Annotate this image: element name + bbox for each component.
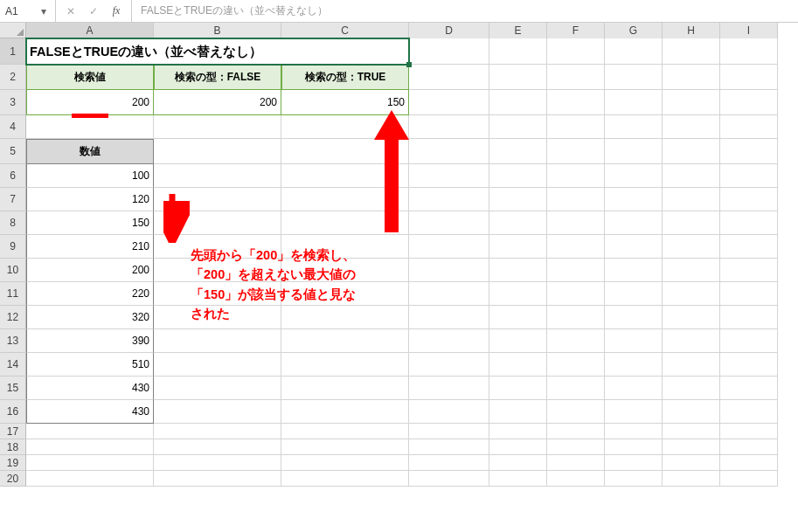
row-header-2[interactable]: 2 xyxy=(0,65,26,90)
cell-A8[interactable]: 150 xyxy=(26,211,154,235)
row-header-11[interactable]: 11 xyxy=(0,282,26,306)
cell-B2[interactable]: 検索の型：FALSE xyxy=(154,65,281,90)
cell-I4[interactable] xyxy=(720,115,778,139)
cell-B4[interactable] xyxy=(154,115,281,139)
row-header-12[interactable]: 12 xyxy=(0,306,26,329)
cell-H14[interactable] xyxy=(663,353,720,377)
cell-F18[interactable] xyxy=(547,439,605,455)
column-header-i[interactable]: I xyxy=(720,23,778,38)
row-header-16[interactable]: 16 xyxy=(0,400,26,424)
cancel-icon[interactable]: ✕ xyxy=(60,3,81,20)
cell-A11[interactable]: 220 xyxy=(26,282,154,306)
cell-G18[interactable] xyxy=(605,439,663,455)
cell-E4[interactable] xyxy=(489,115,547,139)
cell-H17[interactable] xyxy=(663,424,720,439)
cell-F14[interactable] xyxy=(547,353,605,377)
column-header-e[interactable]: E xyxy=(489,23,547,38)
cell-I11[interactable] xyxy=(720,282,778,306)
cell-F1[interactable] xyxy=(547,38,605,65)
row-header-7[interactable]: 7 xyxy=(0,188,26,211)
cell-D14[interactable] xyxy=(409,353,489,377)
cell-I17[interactable] xyxy=(720,424,778,439)
cell-E14[interactable] xyxy=(489,353,547,377)
cell-I16[interactable] xyxy=(720,400,778,424)
column-header-h[interactable]: H xyxy=(663,23,720,38)
cell-C17[interactable] xyxy=(281,424,409,439)
cell-I8[interactable] xyxy=(720,211,778,235)
row-header-10[interactable]: 10 xyxy=(0,259,26,282)
cell-H4[interactable] xyxy=(663,115,720,139)
cell-A5[interactable]: 数値 xyxy=(26,139,154,164)
cell-B5[interactable] xyxy=(154,139,281,164)
cell-B17[interactable] xyxy=(154,424,281,439)
cell-F11[interactable] xyxy=(547,282,605,306)
cell-G20[interactable] xyxy=(605,471,663,487)
cell-D10[interactable] xyxy=(409,259,489,282)
row-header-5[interactable]: 5 xyxy=(0,139,26,164)
cell-D13[interactable] xyxy=(409,329,489,353)
cell-C20[interactable] xyxy=(281,471,409,487)
cell-D9[interactable] xyxy=(409,235,489,259)
row-header-1[interactable]: 1 xyxy=(0,38,26,65)
cell-F12[interactable] xyxy=(547,306,605,329)
cell-I15[interactable] xyxy=(720,377,778,400)
row-header-20[interactable]: 20 xyxy=(0,471,26,487)
cell-I9[interactable] xyxy=(720,235,778,259)
cell-G19[interactable] xyxy=(605,455,663,471)
cell-E13[interactable] xyxy=(489,329,547,353)
cell-F4[interactable] xyxy=(547,115,605,139)
cell-G4[interactable] xyxy=(605,115,663,139)
cell-F6[interactable] xyxy=(547,164,605,188)
cell-B19[interactable] xyxy=(154,455,281,471)
row-header-6[interactable]: 6 xyxy=(0,164,26,188)
cell-I13[interactable] xyxy=(720,329,778,353)
cell-A14[interactable]: 510 xyxy=(26,353,154,377)
cell-H1[interactable] xyxy=(663,38,720,65)
cell-B14[interactable] xyxy=(154,353,281,377)
column-header-d[interactable]: D xyxy=(409,23,489,38)
cell-I12[interactable] xyxy=(720,306,778,329)
cell-D19[interactable] xyxy=(409,455,489,471)
enter-icon[interactable]: ✓ xyxy=(83,3,104,20)
cell-A17[interactable] xyxy=(26,424,154,439)
cell-E18[interactable] xyxy=(489,439,547,455)
cell-D6[interactable] xyxy=(409,164,489,188)
cell-G7[interactable] xyxy=(605,188,663,211)
row-header-8[interactable]: 8 xyxy=(0,211,26,235)
cell-G3[interactable] xyxy=(605,90,663,115)
cell-A12[interactable]: 320 xyxy=(26,306,154,329)
cell-C2[interactable]: 検索の型：TRUE xyxy=(281,65,409,90)
cell-G10[interactable] xyxy=(605,259,663,282)
cell-A9[interactable]: 210 xyxy=(26,235,154,259)
cell-I7[interactable] xyxy=(720,188,778,211)
cell-E9[interactable] xyxy=(489,235,547,259)
column-header-c[interactable]: C xyxy=(281,23,409,38)
cell-B18[interactable] xyxy=(154,439,281,455)
row-header-13[interactable]: 13 xyxy=(0,329,26,353)
fx-icon[interactable]: fx xyxy=(106,3,127,20)
cell-I3[interactable] xyxy=(720,90,778,115)
cell-D18[interactable] xyxy=(409,439,489,455)
cell-H19[interactable] xyxy=(663,455,720,471)
cell-E7[interactable] xyxy=(489,188,547,211)
cell-A2[interactable]: 検索値 xyxy=(26,65,154,90)
select-all-corner[interactable] xyxy=(0,23,26,38)
cell-F16[interactable] xyxy=(547,400,605,424)
cell-F3[interactable] xyxy=(547,90,605,115)
cell-I5[interactable] xyxy=(720,139,778,164)
cell-D17[interactable] xyxy=(409,424,489,439)
cell-B20[interactable] xyxy=(154,471,281,487)
cell-E10[interactable] xyxy=(489,259,547,282)
cell-I19[interactable] xyxy=(720,455,778,471)
cell-F2[interactable] xyxy=(547,65,605,90)
cell-E2[interactable] xyxy=(489,65,547,90)
cell-D15[interactable] xyxy=(409,377,489,400)
cell-D2[interactable] xyxy=(409,65,489,90)
cell-G6[interactable] xyxy=(605,164,663,188)
cell-G9[interactable] xyxy=(605,235,663,259)
cell-grid[interactable]: FALSEとTRUEの違い（並べ替えなし）検索値検索の型：FALSE検索の型：T… xyxy=(26,38,778,487)
row-header-19[interactable]: 19 xyxy=(0,455,26,471)
cell-H6[interactable] xyxy=(663,164,720,188)
cell-E17[interactable] xyxy=(489,424,547,439)
cell-A7[interactable]: 120 xyxy=(26,188,154,211)
